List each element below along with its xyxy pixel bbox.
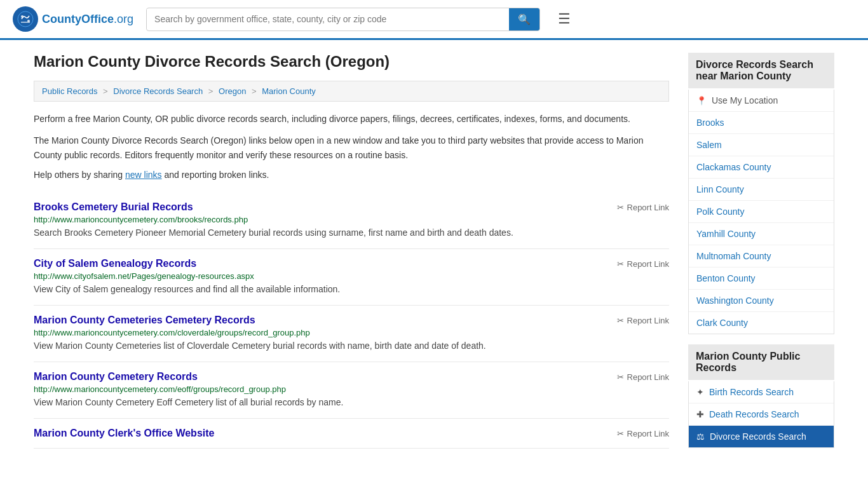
new-links-link[interactable]: new links bbox=[125, 170, 162, 180]
logo[interactable]: CountyOffice.org bbox=[13, 6, 133, 32]
breadcrumb-public-records[interactable]: Public Records bbox=[42, 86, 97, 96]
sidebar-item-divorce-records[interactable]: ⚖ Divorce Records Search bbox=[689, 426, 834, 447]
logo-icon bbox=[13, 6, 38, 32]
record-item: City of Salem Genealogy Records ✂ Report… bbox=[34, 249, 669, 306]
sidebar-item-birth-records[interactable]: ✦ Birth Records Search bbox=[689, 381, 834, 403]
use-location-label: Use My Location bbox=[712, 95, 778, 105]
record-item: Marion County Clerk's Office Website ✂ R… bbox=[34, 419, 669, 449]
list-item: 📍 Use My Location bbox=[689, 90, 834, 112]
help-text: Help others by sharing new links and rep… bbox=[34, 170, 669, 180]
breadcrumb-sep-2: > bbox=[208, 86, 215, 96]
sidebar-item-brooks[interactable]: Brooks bbox=[689, 112, 834, 133]
sidebar: Divorce Records Search near Marion Count… bbox=[688, 53, 834, 458]
record-desc: View City of Salem genealogy resources a… bbox=[34, 283, 669, 296]
search-button[interactable]: 🔍 bbox=[509, 8, 539, 30]
description-2: The Marion County Divorce Records Search… bbox=[34, 133, 669, 162]
sidebar-item-washington[interactable]: Washington County bbox=[689, 290, 834, 311]
record-header: Marion County Clerk's Office Website ✂ R… bbox=[34, 428, 669, 439]
report-link-button[interactable]: ✂ Report Link bbox=[617, 316, 669, 325]
birth-records-label: Birth Records Search bbox=[709, 387, 794, 397]
breadcrumb-divorce-records[interactable]: Divorce Records Search bbox=[113, 86, 203, 96]
list-item-active: ⚖ Divorce Records Search bbox=[689, 426, 834, 447]
content-area: Marion County Divorce Records Search (Or… bbox=[34, 53, 669, 458]
report-link-button[interactable]: ✂ Report Link bbox=[617, 203, 669, 212]
report-link-button[interactable]: ✂ Report Link bbox=[617, 259, 669, 269]
scissors-icon: ✂ bbox=[617, 316, 624, 325]
help-prefix: Help others by sharing bbox=[34, 170, 125, 180]
list-item: Multnomah County bbox=[689, 245, 834, 268]
list-item: Yamhill County bbox=[689, 223, 834, 245]
record-title[interactable]: Marion County Cemetery Records bbox=[34, 371, 198, 383]
main-layout: Marion County Divorce Records Search (Or… bbox=[21, 40, 847, 484]
record-header: Brooks Cemetery Burial Records ✂ Report … bbox=[34, 201, 669, 213]
death-records-label: Death Records Search bbox=[709, 409, 799, 419]
report-link-button[interactable]: ✂ Report Link bbox=[617, 372, 669, 382]
sidebar-nearby-list: 📍 Use My Location Brooks Salem Clackamas… bbox=[688, 90, 834, 334]
birth-icon: ✦ bbox=[696, 387, 704, 397]
record-header: Marion County Cemeteries Cemetery Record… bbox=[34, 315, 669, 326]
sidebar-nearby-header: Divorce Records Search near Marion Count… bbox=[688, 53, 834, 88]
scissors-icon: ✂ bbox=[617, 203, 624, 212]
sidebar-item-yamhill[interactable]: Yamhill County bbox=[689, 223, 834, 245]
search-icon: 🔍 bbox=[518, 14, 531, 25]
sidebar-item-use-location[interactable]: 📍 Use My Location bbox=[689, 90, 834, 111]
report-link-button[interactable]: ✂ Report Link bbox=[617, 429, 669, 438]
scissors-icon: ✂ bbox=[617, 372, 624, 382]
record-desc: Search Brooks Cemetery Pioneer Memorial … bbox=[34, 226, 669, 240]
sidebar-public-records-section: Marion County Public Records ✦ Birth Rec… bbox=[688, 344, 834, 448]
sidebar-item-salem[interactable]: Salem bbox=[689, 134, 834, 156]
list-item: Clark County bbox=[689, 312, 834, 334]
record-title[interactable]: Brooks Cemetery Burial Records bbox=[34, 201, 193, 213]
sidebar-item-polk[interactable]: Polk County bbox=[689, 201, 834, 222]
sidebar-item-benton[interactable]: Benton County bbox=[689, 268, 834, 289]
divorce-icon: ⚖ bbox=[696, 431, 705, 442]
search-bar: 🔍 bbox=[146, 8, 540, 31]
breadcrumb: Public Records > Divorce Records Search … bbox=[34, 81, 669, 102]
record-title[interactable]: City of Salem Genealogy Records bbox=[34, 258, 196, 269]
record-item: Marion County Cemeteries Cemetery Record… bbox=[34, 306, 669, 362]
sidebar-item-death-records[interactable]: ✚ Death Records Search bbox=[689, 403, 834, 425]
help-suffix: and reporting broken links. bbox=[162, 170, 269, 180]
record-url[interactable]: http://www.cityofsalem.net/Pages/genealo… bbox=[34, 271, 669, 281]
search-input[interactable] bbox=[147, 9, 509, 29]
logo-text: CountyOffice.org bbox=[42, 13, 133, 26]
list-item: Clackamas County bbox=[689, 156, 834, 179]
sidebar-item-linn[interactable]: Linn County bbox=[689, 179, 834, 200]
record-url[interactable]: http://www.marioncountycemetery.com/eoff… bbox=[34, 384, 669, 394]
breadcrumb-oregon[interactable]: Oregon bbox=[219, 86, 246, 96]
record-url[interactable]: http://www.marioncountycemetery.com/clov… bbox=[34, 328, 669, 337]
list-item: Linn County bbox=[689, 179, 834, 201]
logo-tld: .org bbox=[114, 13, 133, 25]
record-title[interactable]: Marion County Clerk's Office Website bbox=[34, 428, 214, 439]
list-item: Salem bbox=[689, 134, 834, 156]
record-desc: View Marion County Cemetery Eoff Cemeter… bbox=[34, 396, 669, 409]
list-item: Benton County bbox=[689, 268, 834, 290]
sidebar-item-multnomah[interactable]: Multnomah County bbox=[689, 245, 834, 267]
report-label: Report Link bbox=[627, 429, 669, 438]
sidebar-public-records-header: Marion County Public Records bbox=[688, 344, 834, 380]
sidebar-nearby-section: Divorce Records Search near Marion Count… bbox=[688, 53, 834, 334]
breadcrumb-sep-3: > bbox=[252, 86, 259, 96]
hamburger-button[interactable]: ☰ bbox=[553, 8, 576, 30]
report-label: Report Link bbox=[627, 316, 669, 325]
breadcrumb-marion-county[interactable]: Marion County bbox=[262, 86, 316, 96]
scissors-icon: ✂ bbox=[617, 259, 624, 269]
divorce-records-label: Divorce Records Search bbox=[710, 431, 806, 442]
description-1: Perform a free Marion County, OR public … bbox=[34, 112, 669, 126]
record-item: Brooks Cemetery Burial Records ✂ Report … bbox=[34, 193, 669, 249]
page-title: Marion County Divorce Records Search (Or… bbox=[34, 53, 669, 71]
svg-point-1 bbox=[21, 15, 24, 18]
record-item: Marion County Cemetery Records ✂ Report … bbox=[34, 362, 669, 419]
list-item: Washington County bbox=[689, 290, 834, 312]
record-title[interactable]: Marion County Cemeteries Cemetery Record… bbox=[34, 315, 255, 326]
pin-icon: 📍 bbox=[696, 96, 707, 105]
sidebar-item-clark[interactable]: Clark County bbox=[689, 312, 834, 334]
cross-icon: ✚ bbox=[696, 409, 704, 419]
list-item: ✦ Birth Records Search bbox=[689, 381, 834, 403]
report-label: Report Link bbox=[627, 203, 669, 212]
scissors-icon: ✂ bbox=[617, 429, 624, 438]
record-url[interactable]: http://www.marioncountycemetery.com/broo… bbox=[34, 215, 669, 224]
report-label: Report Link bbox=[627, 259, 669, 269]
record-desc: View Marion County Cemeteries list of Cl… bbox=[34, 339, 669, 353]
sidebar-item-clackamas[interactable]: Clackamas County bbox=[689, 156, 834, 178]
